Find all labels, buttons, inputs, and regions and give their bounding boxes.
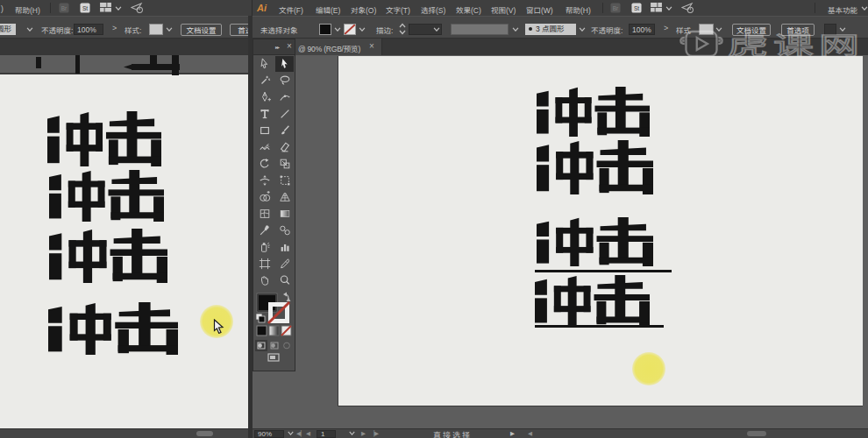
tool-curvature[interactable] <box>275 89 294 105</box>
nav-last-button[interactable]: ▕▶ <box>370 430 379 437</box>
tool-hand[interactable] <box>255 272 274 288</box>
tool-gradient[interactable] <box>275 206 294 222</box>
fill-chevron[interactable] <box>334 27 341 32</box>
menu-item[interactable]: 效果(C) <box>456 4 481 15</box>
panel-collapse-icon[interactable]: ▸▸ <box>275 44 279 50</box>
artwork-text-row[interactable] <box>537 140 653 194</box>
variable-width-profile-field[interactable] <box>451 24 509 35</box>
profile-chevron[interactable] <box>512 27 519 32</box>
opacity-expand-button[interactable]: > <box>664 24 668 32</box>
share-icon[interactable] <box>131 3 144 14</box>
tool-pen[interactable] <box>255 89 274 105</box>
menu-item-clipped[interactable]: ) <box>1 4 4 13</box>
tools-panel-header[interactable]: ▸▸ × <box>253 39 295 55</box>
brush-combo-chevron[interactable] <box>26 27 33 32</box>
menu-item[interactable]: 窗口(W) <box>526 4 553 15</box>
menu-item[interactable]: 文件(F) <box>279 4 303 15</box>
tool-symbol-sprayer[interactable] <box>255 239 274 255</box>
workspace-layout-icon[interactable] <box>100 3 111 12</box>
artboard-nav-chevron[interactable] <box>349 431 355 435</box>
tool-selection[interactable] <box>255 56 274 72</box>
nav-prev-button[interactable]: ◀ <box>306 430 310 437</box>
document-setup-button[interactable]: 文档设置 <box>181 24 222 36</box>
left-canvas[interactable] <box>0 55 248 428</box>
brush-combo-chevron[interactable] <box>579 27 586 32</box>
horizontal-scrollbar-thumb[interactable] <box>196 431 213 436</box>
menu-item[interactable]: 编辑(E) <box>316 4 340 15</box>
chevron-down-icon[interactable] <box>665 6 672 11</box>
opacity-field[interactable]: 100% <box>629 24 655 35</box>
tool-blend[interactable] <box>275 223 294 238</box>
tab-close-icon[interactable]: × <box>369 41 374 51</box>
tool-line-segment[interactable] <box>275 106 294 122</box>
stroke-weight-chevron[interactable] <box>433 27 440 32</box>
tool-paintbrush[interactable] <box>275 123 294 138</box>
illustrator-logo[interactable]: Ai <box>257 3 267 13</box>
artwork-text-row[interactable] <box>537 217 653 266</box>
right-hscroll-thumb[interactable] <box>747 431 766 436</box>
tool-artboard[interactable] <box>255 256 274 272</box>
artwork-text-row[interactable] <box>49 170 164 222</box>
tool-scale[interactable] <box>275 156 294 172</box>
artwork-text-row[interactable] <box>48 302 178 355</box>
nav-next-button[interactable]: ▶ <box>361 430 366 437</box>
menu-item[interactable]: 对象(O) <box>351 4 376 15</box>
stroke-weight-stepper[interactable] <box>398 23 407 35</box>
tool-graph[interactable] <box>275 239 294 255</box>
workspace-switcher[interactable]: 基本功能 <box>828 4 857 15</box>
artwork-text-row[interactable] <box>535 275 650 326</box>
stock-icon[interactable]: St <box>80 3 90 13</box>
menu-item[interactable]: 帮助(H) <box>566 4 591 15</box>
status-expand-icon[interactable]: ▶ <box>510 430 515 437</box>
screen-mode-button[interactable] <box>267 353 281 364</box>
artboard-number-field[interactable]: 1 <box>317 430 336 438</box>
stroke-chevron[interactable] <box>359 27 366 32</box>
panel-close-icon[interactable]: × <box>287 41 292 51</box>
tool-lasso[interactable] <box>275 73 294 88</box>
workspace-layout-icon[interactable] <box>651 3 662 12</box>
tool-magic-wand[interactable] <box>255 73 274 88</box>
menu-item[interactable]: 选择(S) <box>421 4 445 15</box>
bridge-icon[interactable]: Br <box>59 3 69 13</box>
tool-zoom[interactable] <box>275 272 294 288</box>
tool-eyedropper[interactable] <box>255 223 274 238</box>
zoom-level-field[interactable]: 90% <box>254 430 284 438</box>
tool-perspective-grid[interactable] <box>275 189 294 205</box>
artwork-text-row[interactable] <box>49 229 167 283</box>
document-tab[interactable]: @ 90% (RGB/预览) × <box>295 39 382 55</box>
tool-rotate[interactable] <box>255 156 274 172</box>
menu-item[interactable]: 视图(V) <box>491 4 516 15</box>
artwork-text-row[interactable] <box>47 111 161 166</box>
status-collapse-icon[interactable]: ◀ <box>528 430 532 437</box>
tool-type[interactable] <box>255 106 274 122</box>
chevron-down-icon[interactable] <box>115 6 122 11</box>
tool-shape-builder[interactable] <box>255 189 274 205</box>
direct-selection-cursor-icon <box>213 319 224 334</box>
brush-combo-clipped[interactable]: 圆形 <box>0 24 16 35</box>
tool-eraser[interactable] <box>275 139 294 155</box>
fill-swatch[interactable] <box>319 24 331 35</box>
stock-icon[interactable]: St <box>631 3 642 13</box>
zoom-chevron[interactable] <box>288 431 294 435</box>
artwork-text-row[interactable] <box>537 87 650 137</box>
bridge-icon[interactable]: Br <box>610 3 621 13</box>
tool-width[interactable] <box>255 173 274 188</box>
style-swatch[interactable] <box>149 24 163 35</box>
tool-slice[interactable] <box>275 256 294 272</box>
tool-free-transform[interactable] <box>275 173 294 188</box>
right-canvas[interactable] <box>253 55 868 428</box>
share-icon[interactable] <box>681 3 694 14</box>
tool-shaper[interactable] <box>255 139 274 155</box>
tool-rectangle[interactable] <box>255 123 274 138</box>
menu-item[interactable]: 文字(T) <box>386 4 410 15</box>
style-chevron[interactable] <box>166 27 173 32</box>
tool-direct-selection[interactable] <box>275 56 294 72</box>
brush-definition-combo[interactable]: 3 点圆形 <box>525 24 576 35</box>
nav-first-button[interactable]: ◀▏ <box>296 430 305 437</box>
opacity-expand-button[interactable]: > <box>112 24 117 32</box>
tool-mesh[interactable] <box>255 206 274 222</box>
opacity-field[interactable]: 100% <box>74 24 103 35</box>
menu-item-help[interactable]: 帮助(H) <box>15 4 40 15</box>
chevron-down-icon[interactable] <box>861 6 868 11</box>
stroke-swatch[interactable] <box>344 24 356 35</box>
